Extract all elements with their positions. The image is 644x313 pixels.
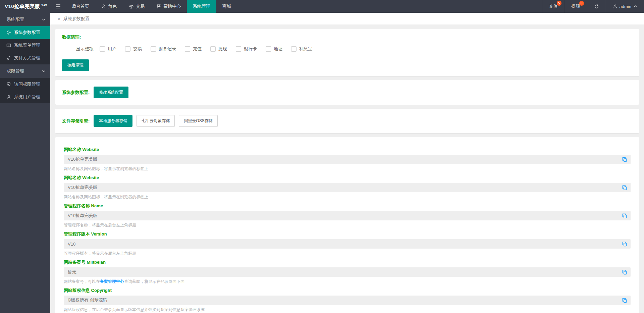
gear-icon (6, 30, 11, 35)
sidebar-group-system-config[interactable]: 系统配置 (0, 13, 50, 26)
header-right-area: 5 充值 0 提现 admin (542, 0, 644, 13)
copyright-input[interactable] (64, 296, 631, 305)
field-label: 管理程序名称 Name (64, 203, 631, 209)
copy-button[interactable] (621, 241, 629, 247)
copy-button[interactable] (621, 212, 629, 219)
icp-center-link[interactable]: 备案管理中心 (100, 279, 124, 284)
sidebar-item-access-permissions[interactable]: 访问权限管理 (0, 78, 50, 91)
checkbox-users[interactable]: 用户 (100, 46, 116, 52)
sidebar-item-label: 访问权限管理 (14, 81, 40, 87)
recharge-button[interactable]: 5 充值 (542, 0, 565, 13)
sidebar-item-system-users[interactable]: 系统用户管理 (0, 91, 50, 103)
sidebar-toggle-button[interactable] (50, 0, 66, 13)
checkbox-input[interactable] (185, 46, 190, 52)
field-label: 管理程序版本 Version (64, 231, 631, 237)
checkbox-interest-treasure[interactable]: 利息宝 (291, 46, 312, 52)
field-icp-number: 网站备案号 Miitbeian 网站备案号，可以在备案管理中心查询获取，将显示在… (62, 259, 632, 284)
field-label: 网站名称 Website (64, 175, 631, 181)
chevron-down-icon (42, 18, 46, 21)
sidebar-group-permissions[interactable]: 权限管理 (0, 64, 50, 78)
nav-item-mall[interactable]: 商城 (216, 0, 237, 13)
field-website-name-2: 网站名称 Website 网站名称及网站图标，将显示在浏览器的标签上 (62, 175, 632, 200)
storage-option-aliyun-oss-button[interactable]: 阿里云OSS存储 (179, 115, 217, 127)
field-hint: 管理程序名称，将显示在后台左上角标题 (64, 222, 631, 228)
refresh-icon (594, 4, 599, 9)
modify-system-config-button[interactable]: 修改系统配置 (94, 87, 128, 98)
nav-item-help-center[interactable]: 帮助中心 (151, 0, 187, 13)
checkbox-label: 充值 (193, 46, 202, 52)
checkbox-input[interactable] (291, 46, 297, 52)
storage-option-qiniu-button[interactable]: 七牛云对象存储 (137, 115, 175, 127)
hamburger-icon (55, 4, 61, 9)
hint-text: 查询获取，将显示在登录页面下面 (124, 279, 184, 284)
checkbox-input[interactable] (100, 46, 105, 52)
copy-icon (622, 213, 628, 218)
icp-number-input[interactable] (64, 267, 631, 277)
checkbox-input[interactable] (236, 46, 241, 52)
confirm-clean-button[interactable]: 确定清理 (62, 59, 89, 71)
copy-icon (622, 270, 628, 275)
sidebar-item-system-menu[interactable]: 系统菜单管理 (0, 39, 50, 52)
website-name-input[interactable] (64, 155, 631, 164)
checkbox-input[interactable] (266, 46, 271, 52)
field-hint: 网站版权信息，在后台登录页面显示版本信息并链接到备案到信息备案管理系统 (64, 307, 631, 313)
system-config-card: 系统参数配置: 修改系统配置 (55, 80, 639, 105)
storage-option-local-button[interactable]: 本地服务器存储 (94, 115, 132, 127)
checkbox-withdraw[interactable]: 提现 (210, 46, 227, 52)
checkbox-address[interactable]: 地址 (266, 46, 282, 52)
copy-button[interactable] (621, 156, 629, 163)
checkbox-finance-records[interactable]: 财务记录 (151, 46, 176, 52)
checkbox-input[interactable] (125, 46, 130, 52)
data-clean-title: 数据清理: (62, 34, 632, 40)
storage-engine-card: 文件存储引擎: 本地服务器存储 七牛云对象存储 阿里云OSS存储 (55, 109, 639, 133)
website-name-input[interactable] (64, 183, 631, 192)
user-icon (6, 95, 11, 99)
nav-item-label: 帮助中心 (163, 3, 181, 9)
refresh-button[interactable] (587, 0, 606, 13)
sidebar: 系统配置 系统参数配置 系统菜单管理 支付方式管理 权限管理 (0, 13, 50, 313)
nav-item-system-management[interactable]: 系统管理 (187, 0, 216, 13)
checkbox-bank-card[interactable]: 银行卡 (236, 46, 257, 52)
sidebar-item-label: 系统用户管理 (14, 94, 40, 100)
checkbox-label: 财务记录 (159, 46, 176, 52)
scales-icon (129, 4, 134, 9)
withdraw-badge: 0 (579, 1, 584, 6)
recharge-label: 充值 (549, 3, 558, 9)
sidebar-item-system-params[interactable]: 系统参数配置 (0, 26, 50, 39)
app-version: V10 (41, 3, 47, 6)
top-navbar: V10抢单完美版V10 后台首页 角色 交易 帮助中心 系统管理 商城 5 充值 (0, 0, 644, 13)
checkbox-trades[interactable]: 交易 (125, 46, 142, 52)
field-admin-name: 管理程序名称 Name 管理程序名称，将显示在后台左上角标题 (62, 203, 632, 228)
checkbox-input[interactable] (151, 46, 156, 52)
sidebar-item-label: 系统菜单管理 (14, 42, 40, 48)
options-row-label: 显示选项 (76, 46, 94, 52)
nav-item-label: 交易 (136, 3, 145, 9)
shield-check-icon (6, 82, 11, 87)
chevron-down-icon (42, 70, 46, 72)
admin-version-input[interactable] (64, 239, 631, 249)
copy-icon (622, 185, 628, 190)
copy-button[interactable] (621, 297, 629, 304)
checkbox-input[interactable] (210, 46, 216, 52)
nav-item-roles[interactable]: 角色 (95, 0, 123, 13)
sidebar-item-payment-methods[interactable]: 支付方式管理 (0, 52, 50, 64)
user-menu[interactable]: admin (606, 0, 644, 13)
person-icon (101, 4, 106, 9)
copy-button[interactable] (621, 269, 629, 275)
sidebar-item-label: 系统参数配置 (14, 30, 40, 36)
data-clean-card: 数据清理: 显示选项 用户 交易 财务记录 充值 (55, 29, 639, 76)
flag-icon (157, 4, 161, 9)
breadcrumb-chevrons-icon: » (58, 16, 60, 21)
hint-text: 网站备案号，可以在 (64, 279, 100, 284)
admin-name-input[interactable] (64, 211, 631, 220)
checkbox-recharge[interactable]: 充值 (185, 46, 202, 52)
withdraw-button[interactable]: 0 提现 (565, 0, 587, 13)
nav-item-label: 系统管理 (193, 3, 210, 9)
sidebar-group-items: 访问权限管理 系统用户管理 (0, 78, 50, 103)
copy-icon (622, 298, 628, 303)
recharge-badge: 5 (557, 1, 561, 6)
nav-item-home[interactable]: 后台首页 (66, 0, 95, 13)
copy-button[interactable] (621, 184, 629, 191)
nav-item-trade[interactable]: 交易 (123, 0, 151, 13)
nav-item-label: 商城 (222, 3, 231, 9)
